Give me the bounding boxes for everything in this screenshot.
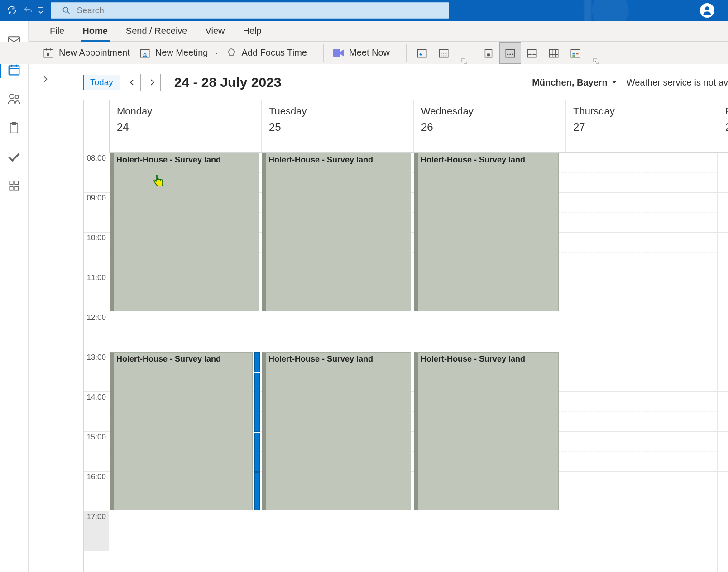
svg-rect-8 [10,181,13,185]
calendar-icon [7,63,21,76]
hour-label: 17:00 [84,511,109,551]
tasks-rail-button[interactable] [3,117,25,138]
new-meeting-button[interactable]: New Meeting [134,44,213,62]
day-num: 26 [421,121,558,133]
goto-icon [416,47,428,59]
day-view-button[interactable] [478,42,499,64]
day-headers: Monday 24 Tuesday 25 Wednesday 26 Thursd… [109,100,728,153]
busy-indicator[interactable] [254,373,260,432]
schedule-view-button[interactable] [565,42,586,64]
svg-point-0 [63,7,68,12]
day-header-tuesday[interactable]: Tuesday 25 [262,100,414,152]
tab-sendreceive[interactable]: Send / Receive [117,21,196,41]
hour-label: 15:00 [84,431,109,471]
weather-location[interactable]: München, Bayern [532,77,618,88]
day-num: 2 [725,121,728,133]
appointment-icon [43,47,54,59]
busy-indicator[interactable] [254,433,260,472]
group-launcher-icon[interactable] [461,58,467,65]
svg-rect-17 [417,49,426,57]
title-bar [0,0,728,21]
nav-pane-toggle[interactable] [43,76,49,84]
calendar-event[interactable]: Holert-House - Survey land [262,153,411,311]
day-num: 25 [269,121,406,133]
hour-label: 09:00 [84,192,109,232]
todo-rail-button[interactable] [3,146,25,167]
day-column-wednesday[interactable]: Holert-House - Survey land Holert-House … [413,153,565,572]
chevron-right-icon [43,76,49,82]
undo-icon[interactable] [20,2,36,19]
day-column-thursday[interactable] [565,153,718,572]
month-icon [548,47,560,59]
chevron-down-icon [611,79,618,86]
apps-rail-button[interactable] [3,175,25,196]
day-name: Monday [117,105,254,117]
new-meeting-dropdown[interactable] [212,50,221,56]
goto-date-button[interactable] [411,42,433,64]
day-name: Thursday [573,105,710,117]
ribbon-separator [406,44,407,62]
people-rail-button[interactable] [3,88,25,110]
next-7-days-button[interactable] [433,42,455,64]
busy-indicator[interactable] [254,472,260,510]
clipboard-icon [8,121,20,134]
svg-rect-10 [10,186,13,190]
today-button[interactable]: Today [83,75,120,90]
new-appointment-button[interactable]: New Appointment [38,44,134,62]
busy-indicator[interactable] [254,352,260,372]
avatar[interactable] [700,3,714,18]
svg-rect-31 [549,49,558,57]
time-gutter: 08:00 09:00 10:00 11:00 12:00 13:00 14:0… [84,153,109,572]
ribbon-group-goto [411,42,468,64]
add-focus-button[interactable]: Add Focus Time [221,44,311,62]
tab-home[interactable]: Home [73,21,117,41]
svg-point-4 [10,94,14,99]
day-column-monday[interactable]: Holert-House - Survey land Holert-House … [109,153,261,572]
tab-file[interactable]: File [41,21,73,41]
calendar-event[interactable]: Holert-House - Survey land [110,153,259,311]
svg-point-28 [532,54,532,55]
calendar-event[interactable]: Holert-House - Survey land [414,352,559,510]
svg-rect-20 [488,54,489,56]
next-button[interactable] [144,74,161,91]
day-header-monday[interactable]: Monday 24 [110,100,262,152]
hour-label: 16:00 [84,471,109,511]
meet-now-button[interactable]: Meet Now [328,44,394,62]
prev-button[interactable] [124,74,141,91]
work-week-view-button[interactable] [499,42,521,64]
month-view-button[interactable] [543,42,565,64]
day-header-thursday[interactable]: Thursday 27 [566,100,718,152]
qat-dropdown-icon[interactable] [36,5,45,15]
day-column-tuesday[interactable]: Holert-House - Survey land Holert-House … [261,153,413,572]
calendar-event[interactable]: Holert-House - Survey land [414,153,559,311]
apps-icon [8,180,20,191]
tab-help[interactable]: Help [234,21,270,41]
day-name: Tuesday [269,105,406,117]
ribbon-separator [323,44,324,62]
day-columns: Holert-House - Survey land Holert-House … [109,153,728,572]
calendar-event[interactable]: Holert-House - Survey land [110,352,253,510]
svg-rect-25 [527,49,536,57]
hour-label: 13:00 [84,352,109,391]
new-meeting-label: New Meeting [155,48,208,58]
search-box[interactable] [51,2,449,19]
week-view-button[interactable] [521,42,543,64]
tab-view[interactable]: View [196,21,234,41]
day-name: Wednesday [421,105,558,117]
search-icon [62,6,71,15]
day-header-wednesday[interactable]: Wednesday 26 [414,100,566,152]
ribbon-group-meet: Meet Now [328,42,402,64]
weather-message: Weather service is not av [627,77,728,88]
svg-point-29 [533,54,534,55]
ribbon-group-arrange [478,42,600,64]
sync-icon[interactable] [4,2,20,19]
video-icon [333,48,345,57]
svg-rect-13 [47,53,49,55]
weather-location-label: München, Bayern [532,77,608,88]
day-column-friday[interactable] [718,153,728,572]
chevron-right-icon [149,79,155,86]
group-launcher-icon[interactable] [593,58,599,65]
calendar-event[interactable]: Holert-House - Survey land [262,352,411,510]
search-input[interactable] [77,5,449,15]
day-header-friday[interactable]: F 2 [718,100,728,152]
